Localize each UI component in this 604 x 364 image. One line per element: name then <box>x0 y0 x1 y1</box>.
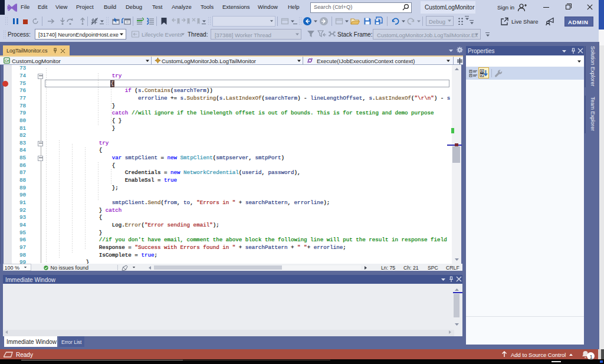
svg-text:C#: C# <box>5 59 9 63</box>
svg-text:A: A <box>481 70 483 73</box>
